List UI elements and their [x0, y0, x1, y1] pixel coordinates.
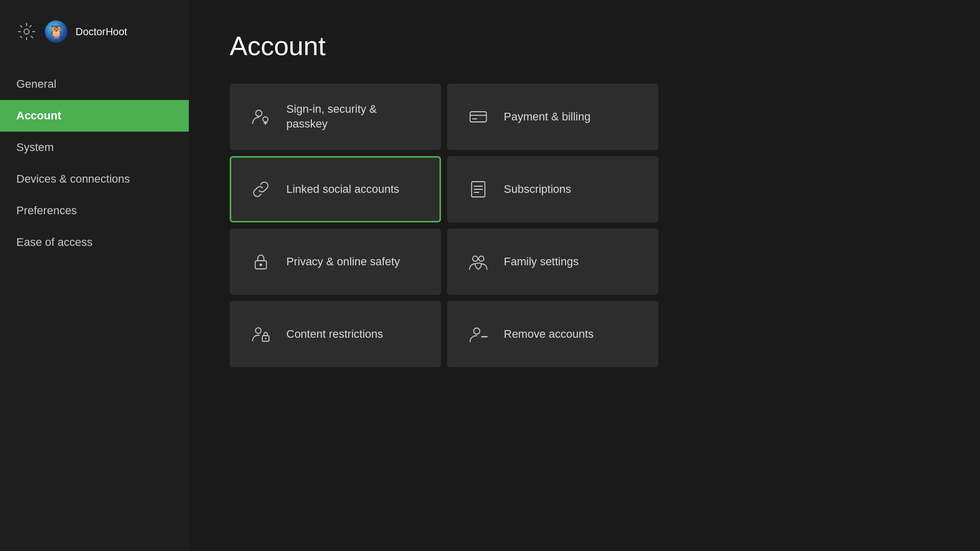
svg-point-17 — [474, 328, 480, 334]
list-doc-icon — [467, 178, 489, 201]
credit-card-icon — [467, 106, 489, 128]
svg-point-16 — [265, 338, 266, 339]
sidebar-item-ease[interactable]: Ease of access — [0, 227, 189, 258]
tile-privacy[interactable]: Privacy & online safety — [230, 229, 441, 295]
nav-list: General Account System Devices & connect… — [0, 68, 189, 258]
tile-signin-label: Sign-in, security &passkey — [286, 102, 377, 131]
username: DoctorHoot — [76, 26, 127, 38]
tile-remove-label: Remove accounts — [504, 327, 594, 342]
link-icon — [250, 178, 272, 201]
tile-linked-social-label: Linked social accounts — [286, 182, 399, 197]
tile-payment[interactable]: Payment & billing — [447, 84, 658, 150]
tile-subscriptions[interactable]: Subscriptions — [447, 156, 658, 222]
tile-family[interactable]: Family settings — [447, 229, 658, 295]
svg-point-13 — [479, 256, 484, 261]
svg-point-12 — [473, 256, 478, 261]
sidebar-item-preferences[interactable]: Preferences — [0, 195, 189, 227]
tile-signin[interactable]: Sign-in, security &passkey — [230, 84, 441, 150]
avatar: 🦉 — [45, 20, 67, 43]
sidebar-item-account[interactable]: Account — [0, 100, 189, 132]
svg-point-11 — [260, 264, 262, 266]
tile-content-label: Content restrictions — [286, 327, 383, 342]
person-lock-icon — [250, 323, 272, 345]
tile-family-label: Family settings — [504, 255, 579, 269]
svg-point-14 — [256, 328, 261, 334]
svg-point-0 — [24, 29, 29, 34]
tile-content[interactable]: Content restrictions — [230, 301, 441, 367]
tile-privacy-label: Privacy & online safety — [286, 255, 400, 269]
people-icon — [467, 251, 489, 273]
main-content: Account Sign-in, security &passkey — [189, 0, 980, 551]
lock-icon — [250, 251, 272, 273]
svg-point-2 — [263, 117, 268, 122]
settings-icon — [16, 21, 37, 42]
sidebar-item-system[interactable]: System — [0, 132, 189, 163]
svg-rect-3 — [470, 112, 486, 122]
sidebar-item-devices[interactable]: Devices & connections — [0, 163, 189, 195]
person-key-icon — [250, 106, 272, 128]
tile-remove[interactable]: Remove accounts — [447, 301, 658, 367]
tile-payment-label: Payment & billing — [504, 110, 591, 124]
sidebar-header: 🦉 DoctorHoot — [0, 20, 189, 63]
sidebar-item-general[interactable]: General — [0, 68, 189, 100]
tile-linked-social[interactable]: Linked social accounts — [230, 156, 441, 222]
sidebar: 🦉 DoctorHoot General Account System Devi… — [0, 0, 189, 551]
person-minus-icon — [467, 323, 489, 345]
tile-subscriptions-label: Subscriptions — [504, 182, 571, 197]
page-title: Account — [230, 31, 939, 61]
svg-point-1 — [256, 110, 262, 116]
tiles-grid: Sign-in, security &passkey Payment & bil… — [230, 84, 658, 367]
